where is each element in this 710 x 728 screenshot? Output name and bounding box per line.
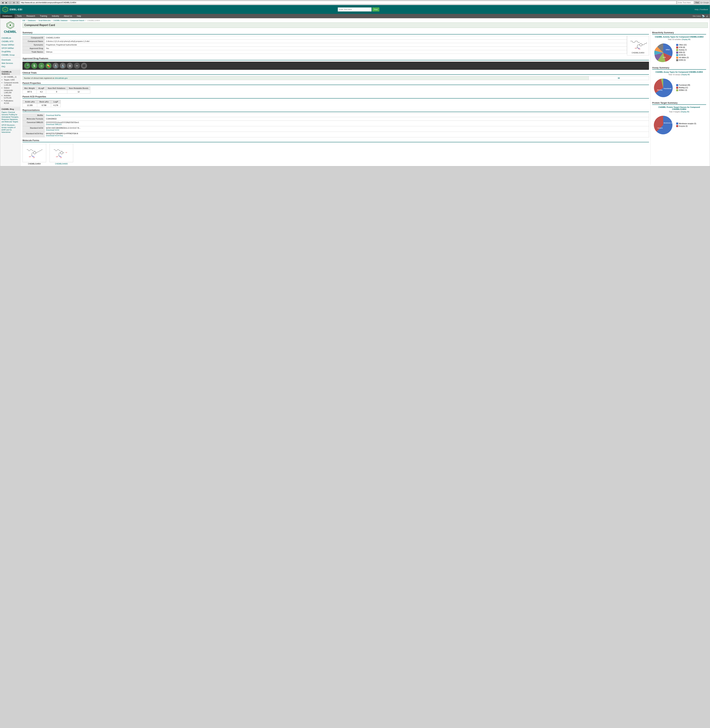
legend-adme-dot xyxy=(676,89,678,91)
table-row: Acidic pKa Basic pKa LogP xyxy=(23,100,61,104)
svg-line-51 xyxy=(55,149,56,151)
blog-item-2: GPCR Structures - ternary complex of β2A… xyxy=(1,124,19,133)
nav-training[interactable]: Training xyxy=(38,14,50,18)
drug-icon-pill[interactable]: 💊 xyxy=(45,63,51,69)
sidebar-link-downloads[interactable]: Downloads xyxy=(0,58,20,62)
svg-text:Other: Other xyxy=(666,49,670,51)
nav-industry[interactable]: Industry xyxy=(50,14,62,18)
sidebar-link-kinase[interactable]: Kinase SARfari xyxy=(0,43,20,47)
blog-link-1[interactable]: Papers: Chemical Genomic Profiling for A… xyxy=(1,111,19,123)
chembl-logo-hex xyxy=(1,21,19,29)
clinical-trials-info: Number of clinical trials registered at … xyxy=(23,76,589,80)
download-molfile-link[interactable]: Download MolFile xyxy=(46,114,647,116)
drug-icon-beaker2[interactable]: 🔬 xyxy=(60,63,66,69)
parent-acd-header: Parent ACD Properties xyxy=(22,95,649,98)
svg-marker-33 xyxy=(34,151,36,154)
legend-ec50-dot xyxy=(676,54,678,56)
breadcrumb-small-molecules[interactable]: Small Molecules xyxy=(38,20,51,22)
bioactivity-display-all-link[interactable]: Display All xyxy=(682,38,690,40)
nav-research[interactable]: Research xyxy=(24,14,37,18)
breadcrumb-sep-4: » xyxy=(69,20,70,22)
legend-activity-dot xyxy=(676,49,678,51)
sidebar-link-faq[interactable]: FAQ xyxy=(0,65,20,68)
print-icon[interactable]: 🖨 xyxy=(706,15,708,18)
bioactivity-chart-title: ChEMBL Activity Types for Compound CHEMB… xyxy=(652,36,706,38)
url-bar[interactable] xyxy=(20,1,676,4)
download-inchi-key-link[interactable]: Download InChI Key xyxy=(46,135,647,136)
sidebar-link-gpcr[interactable]: GPCR SARfari xyxy=(0,47,20,50)
table-row: Canonical SMILES CCCCCCCCc1ccc(CCC(N)(CO… xyxy=(23,121,649,126)
svg-line-37 xyxy=(32,154,32,155)
feedback-link[interactable]: Feedback xyxy=(700,9,708,10)
sidebar-link-drugebi[interactable]: DrugEBIlity xyxy=(0,50,20,53)
assay-display-all-link[interactable]: Display All xyxy=(682,74,689,76)
svg-line-39 xyxy=(31,155,32,156)
trade-names-label: Trade Names xyxy=(23,50,45,54)
download-smiles-link[interactable]: Download SMILES xyxy=(46,123,647,125)
browser-search-button[interactable]: Find xyxy=(694,1,700,4)
clinical-trials-table: Number of clinical trials registered at … xyxy=(22,76,649,80)
ebi-find-button[interactable]: Find xyxy=(372,7,379,12)
drug-icon-circle2[interactable]: ⊕ xyxy=(67,63,73,69)
molecule-form-img-1: NH₂ OH OH xyxy=(22,144,46,162)
home-button[interactable]: ⌂ xyxy=(9,1,12,4)
svg-text:OH: OH xyxy=(638,48,640,50)
ebi-nav: Databases Tools Research Training Indust… xyxy=(0,14,710,18)
bioactivity-section: Bioactivity Summary ChEMBL Activity Type… xyxy=(652,31,706,64)
drug-icon-scissors[interactable]: ✂ xyxy=(74,63,80,69)
nav-tools[interactable]: Tools xyxy=(15,14,24,18)
nav-about-us[interactable]: About Us xyxy=(62,14,74,18)
clinical-trials-count[interactable]: 32 xyxy=(589,76,649,80)
nav-databases[interactable]: Databases xyxy=(0,14,15,18)
protein-target-section: Protein Target Summary ChEMBL Protein Ta… xyxy=(652,101,706,136)
bookmark-button[interactable]: ★ xyxy=(12,1,15,4)
ro5-value: 0 xyxy=(46,90,67,94)
smiles-label: Canonical SMILES xyxy=(23,121,45,126)
breadcrumb-sep-1: » xyxy=(26,20,27,22)
sidebar-divider-3 xyxy=(0,106,20,107)
breadcrumb-databases[interactable]: Databases xyxy=(28,20,36,22)
help-link[interactable]: Help xyxy=(695,9,698,10)
drug-icon-square[interactable]: ⬛ xyxy=(81,63,87,69)
molecule-form-2-link[interactable]: CHEMBL544665 xyxy=(55,163,67,165)
browser-search-input[interactable] xyxy=(677,1,694,4)
blog-link-2[interactable]: GPCR Structures - ternary complex of β2A… xyxy=(1,124,19,133)
alogp-value: 4.2 xyxy=(37,90,46,94)
site-index-link[interactable]: Site Index xyxy=(692,15,701,17)
legend-ed50-label: ED50 (3) xyxy=(679,59,686,61)
stat-distinct: Distinct compounds: 1,060,258 xyxy=(4,87,19,94)
svg-text:OH: OH xyxy=(29,156,31,157)
protein-target-legend: Membrane receptor (5) Enzyme (3) xyxy=(676,123,696,127)
rss-icon[interactable]: 📡 xyxy=(702,15,705,18)
stat-activities: Activities: 5,479,146 xyxy=(4,94,19,99)
breadcrumb-compound-search[interactable]: Compound Search xyxy=(70,20,84,22)
sidebar-link-chembldb[interactable]: ChEMBLdb xyxy=(0,36,20,40)
protein-target-pie-chart: Membrane rec Enzyme xyxy=(652,114,674,136)
ebi-search-input[interactable] xyxy=(338,7,371,12)
drug-icon-5[interactable]: 5 xyxy=(31,63,37,69)
breadcrumb-ebi[interactable]: EBI xyxy=(22,20,25,22)
drug-icon-circle[interactable]: ⊙ xyxy=(38,63,44,69)
legend-enzyme-label: Enzyme (3) xyxy=(679,125,688,127)
breadcrumb-chembl-db[interactable]: ChEMBL Database xyxy=(53,20,67,22)
drug-icon-beaker1[interactable]: 🔬 xyxy=(53,63,59,69)
protein-target-display-all-link[interactable]: Display All xyxy=(681,111,689,113)
refresh-button[interactable]: ↻ xyxy=(16,1,19,4)
drug-icon-mic[interactable]: 🎤 xyxy=(24,63,30,69)
download-inchi-link[interactable]: Download InChI xyxy=(46,129,647,131)
back-button[interactable]: ◀ xyxy=(1,1,4,4)
clinicaltrials-link[interactable]: clinicaltrials.gov xyxy=(54,77,67,79)
nav-help[interactable]: Help xyxy=(75,14,84,18)
sidebar-link-web-services[interactable]: Web Services xyxy=(0,62,20,65)
svg-line-15 xyxy=(637,45,638,46)
legend-binding: Binding (11) xyxy=(676,87,690,89)
molecule-form-label-2: CHEMBL544665 xyxy=(50,163,73,165)
summary-section-header: Summary xyxy=(22,31,649,34)
compound-id-label: Compound ID xyxy=(23,36,45,40)
sidebar-link-group[interactable]: ChEMBL Group xyxy=(0,53,20,57)
forward-button[interactable]: ▶ xyxy=(5,1,8,4)
svg-line-53 xyxy=(57,149,57,151)
molecule-forms-header: Molecule Forms xyxy=(22,139,649,142)
inchi-value: InChI=1S/C19H33NO2/c1-2-3-4-5-6-7-8... xyxy=(46,127,81,129)
sidebar-link-chembl-ntd[interactable]: ChEMBL-NTD xyxy=(0,40,20,43)
